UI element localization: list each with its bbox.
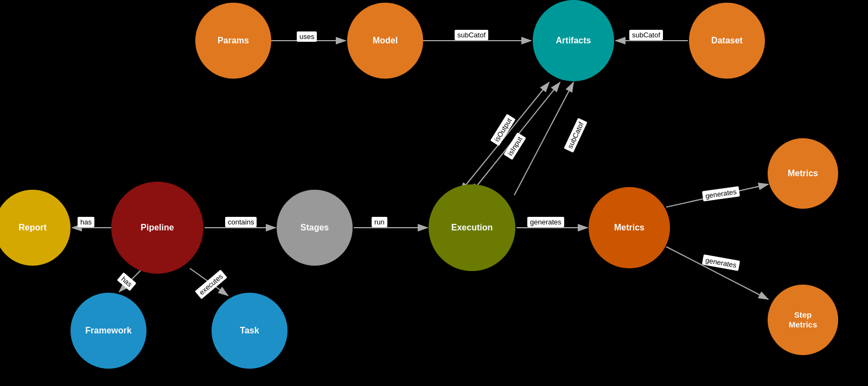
node-stages-label: Stages — [301, 222, 329, 233]
node-metrics-top[interactable]: Metrics — [768, 138, 838, 209]
node-artifacts-label: Artifacts — [556, 35, 591, 46]
node-report-label: Report — [18, 222, 47, 233]
node-execution[interactable]: Execution — [429, 184, 515, 271]
node-model-label: Model — [373, 35, 398, 46]
node-params-label: Params — [218, 35, 249, 46]
graph-container: uses subCatof subCatof has contains run … — [0, 0, 868, 386]
node-artifacts[interactable]: Artifacts — [533, 0, 614, 81]
node-metrics-center[interactable]: Metrics — [589, 187, 670, 268]
label-uses: uses — [297, 31, 317, 42]
node-framework[interactable]: Framework — [71, 293, 146, 369]
node-metrics-top-label: Metrics — [788, 168, 818, 178]
node-step-metrics-label: StepMetrics — [789, 310, 818, 330]
node-step-metrics[interactable]: StepMetrics — [768, 285, 838, 355]
node-stages[interactable]: Stages — [277, 190, 353, 266]
label-generates-main: generates — [527, 217, 564, 227]
label-subcatof-model: subCatof — [455, 30, 488, 40]
node-task-label: Task — [240, 325, 259, 336]
label-contains: contains — [225, 217, 257, 227]
node-metrics-center-label: Metrics — [614, 222, 644, 233]
node-task[interactable]: Task — [212, 293, 288, 369]
label-subcatof-dataset: subCatof — [629, 30, 663, 40]
node-execution-label: Execution — [451, 222, 493, 233]
node-model[interactable]: Model — [347, 3, 423, 79]
edge-metrics-stepmetrics — [666, 247, 768, 299]
label-run: run — [372, 217, 387, 227]
node-pipeline[interactable]: Pipeline — [111, 182, 203, 274]
node-dataset-label: Dataset — [711, 35, 743, 46]
edge-execution-artifacts-output — [465, 82, 549, 185]
node-framework-label: Framework — [85, 325, 131, 336]
node-dataset[interactable]: Dataset — [689, 3, 765, 79]
node-params[interactable]: Params — [195, 3, 271, 79]
node-pipeline-label: Pipeline — [141, 222, 174, 233]
label-has-report: has — [78, 217, 94, 227]
